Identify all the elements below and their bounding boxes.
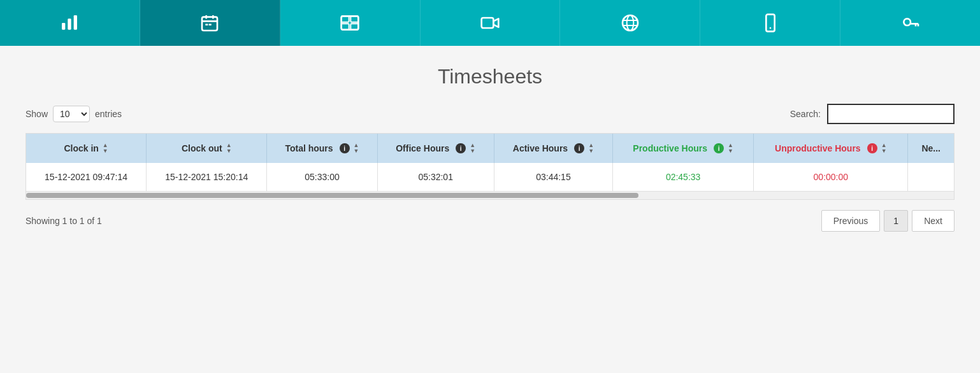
- cell-total-hours: 05:33:00: [267, 163, 377, 192]
- entries-label: entries: [95, 109, 122, 119]
- current-page-number[interactable]: 1: [884, 210, 908, 232]
- cell-active-hours: 03:44:15: [494, 163, 612, 192]
- sort-arrows-active-hours: ▲▼: [588, 143, 594, 154]
- col-clock-in[interactable]: Clock in ▲▼: [26, 134, 147, 163]
- svg-rect-0: [62, 23, 65, 30]
- cell-unproductive-hours: 00:00:00: [754, 163, 908, 192]
- search-row: Search:: [790, 104, 955, 124]
- gallery-icon: [340, 13, 360, 33]
- col-productive-hours[interactable]: Productive Hours i ▲▼: [612, 134, 753, 163]
- nav-item-calendar[interactable]: [140, 0, 280, 46]
- sort-arrows-unproductive-hours: ▲▼: [881, 143, 887, 154]
- nav-item-barchart[interactable]: [0, 0, 140, 46]
- table-wrapper: Clock in ▲▼ Clock out ▲▼ Total hours: [25, 133, 955, 200]
- col-total-hours[interactable]: Total hours i ▲▼: [267, 134, 377, 163]
- info-icon-total-hours[interactable]: i: [340, 143, 350, 153]
- nav-bar: [0, 0, 980, 46]
- sort-arrows-total-hours: ▲▼: [354, 143, 359, 154]
- show-entries-group: Show 10 25 50 100 entries: [25, 106, 122, 122]
- entries-select[interactable]: 10 25 50 100: [53, 106, 90, 122]
- pagination-controls: Previous 1 Next: [821, 210, 955, 232]
- svg-point-16: [623, 15, 638, 31]
- table-scrollbar[interactable]: [26, 192, 954, 199]
- svg-rect-2: [74, 15, 77, 30]
- showing-text: Showing 1 to 1 of 1: [25, 216, 102, 226]
- main-content: Timesheets Show 10 25 50 100 entries Sea…: [0, 46, 980, 373]
- nav-item-key[interactable]: [840, 0, 980, 46]
- info-icon-productive-hours[interactable]: i: [714, 143, 724, 153]
- mobile-icon: [760, 13, 781, 33]
- svg-point-22: [904, 18, 911, 25]
- timesheets-table: Clock in ▲▼ Clock out ▲▼ Total hours: [26, 134, 954, 192]
- globe-icon: [620, 13, 640, 33]
- col-unproductive-hours[interactable]: Unproductive Hours i ▲▼: [754, 134, 908, 163]
- col-clock-out[interactable]: Clock out ▲▼: [147, 134, 267, 163]
- svg-marker-15: [493, 18, 498, 27]
- sort-arrows-clock-out: ▲▼: [226, 143, 232, 154]
- svg-point-17: [627, 15, 634, 31]
- page-title: Timesheets: [25, 65, 955, 88]
- col-office-hours[interactable]: Office Hours i ▲▼: [377, 134, 494, 163]
- sort-arrows-productive-hours: ▲▼: [728, 143, 733, 154]
- bar-chart-icon: [59, 13, 80, 33]
- nav-item-gallery[interactable]: [280, 0, 421, 46]
- previous-button[interactable]: Previous: [821, 210, 880, 232]
- svg-rect-14: [482, 18, 494, 28]
- svg-rect-9: [342, 16, 359, 29]
- svg-rect-20: [766, 15, 774, 32]
- cell-clock-in: 15-12-2021 09:47:14: [26, 163, 147, 192]
- search-input[interactable]: [827, 104, 955, 124]
- cell-next-col: [908, 163, 954, 192]
- key-icon: [900, 13, 921, 33]
- calendar-icon: [199, 13, 220, 33]
- next-button[interactable]: Next: [912, 210, 955, 232]
- video-icon: [480, 13, 500, 33]
- pagination-row: Showing 1 to 1 of 1 Previous 1 Next: [25, 210, 955, 232]
- controls-row: Show 10 25 50 100 entries Search:: [25, 104, 955, 124]
- col-active-hours[interactable]: Active Hours i ▲▼: [494, 134, 612, 163]
- nav-item-globe[interactable]: [560, 0, 700, 46]
- svg-rect-8: [209, 24, 212, 25]
- nav-item-mobile[interactable]: [700, 0, 840, 46]
- info-icon-office-hours[interactable]: i: [456, 143, 466, 153]
- info-icon-unproductive-hours[interactable]: i: [867, 143, 877, 153]
- sort-arrows-clock-in: ▲▼: [103, 143, 108, 154]
- cell-productive-hours: 02:45:33: [612, 163, 753, 192]
- info-icon-active-hours[interactable]: i: [574, 143, 584, 153]
- nav-item-video[interactable]: [421, 0, 561, 46]
- search-label: Search:: [790, 109, 821, 119]
- scrollbar-thumb: [26, 193, 638, 198]
- svg-rect-1: [68, 18, 71, 29]
- table-row: 15-12-2021 09:47:14 15-12-2021 15:20:14 …: [26, 163, 954, 192]
- show-label: Show: [25, 109, 48, 119]
- svg-rect-7: [206, 24, 208, 25]
- cell-clock-out: 15-12-2021 15:20:14: [147, 163, 267, 192]
- svg-point-21: [769, 27, 771, 29]
- col-next[interactable]: Ne...: [908, 134, 954, 163]
- table-header-row: Clock in ▲▼ Clock out ▲▼ Total hours: [26, 134, 954, 163]
- cell-office-hours: 05:32:01: [377, 163, 494, 192]
- svg-rect-3: [202, 17, 217, 31]
- sort-arrows-office-hours: ▲▼: [470, 143, 475, 154]
